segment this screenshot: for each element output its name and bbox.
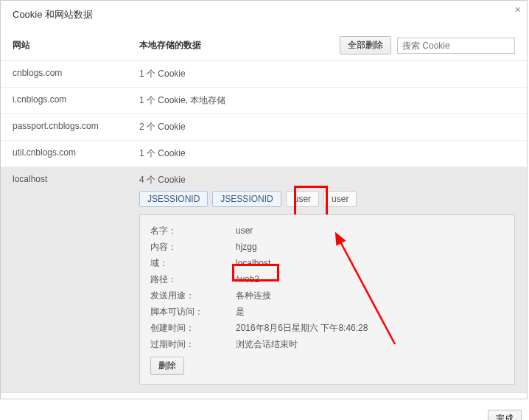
cookie-dialog: × Cookie 和网站数据 网站 本地存储的数据 全部删除 cnblogs.c…: [0, 0, 528, 399]
delete-cookie-button[interactable]: 删除: [150, 357, 184, 375]
site-cell: localhost: [13, 174, 139, 186]
site-cell: passport.cnblogs.com: [13, 121, 139, 133]
header-actions: 全部删除: [340, 36, 515, 55]
cookie-pills: JSESSIONID JSESSIONID user user: [1, 191, 527, 213]
table-row[interactable]: util.cnblogs.com 1 个 Cookie: [1, 141, 527, 167]
detail-value: 是: [236, 305, 504, 318]
close-icon[interactable]: ×: [515, 4, 521, 15]
data-cell: 1 个 Cookie: [139, 68, 515, 80]
col-header-site: 网站: [13, 39, 139, 52]
detail-label: 路径：: [150, 273, 236, 286]
table-row[interactable]: passport.cnblogs.com 2 个 Cookie: [1, 114, 527, 141]
site-cell: util.cnblogs.com: [13, 147, 139, 160]
table-row-selected: localhost 4 个 Cookie × JSESSIONID JSESSI…: [1, 167, 527, 393]
detail-label: 创建时间：: [150, 321, 236, 335]
dialog-title: Cookie 和网站数据: [1, 1, 527, 32]
dialog-footer: 完成: [0, 399, 529, 420]
detail-label: 内容：: [150, 240, 236, 253]
detail-value: 2016年8月6日星期六 下午8:46:28: [236, 321, 504, 335]
table-row[interactable]: i.cnblogs.com 1 个 Cookie, 本地存储: [1, 88, 527, 114]
cookie-pill-selected[interactable]: user: [323, 191, 357, 207]
data-cell: 4 个 Cookie: [139, 174, 515, 186]
delete-all-button[interactable]: 全部删除: [340, 36, 391, 55]
detail-label: 脚本可访问：: [150, 305, 236, 318]
site-cell: cnblogs.com: [13, 68, 139, 80]
header-row: 网站 本地存储的数据 全部删除: [1, 32, 527, 61]
detail-label: 域：: [150, 256, 236, 270]
detail-value: /web2: [236, 273, 504, 286]
detail-value: 浏览会话结束时: [236, 337, 504, 351]
cookie-pill[interactable]: JSESSIONID: [212, 191, 281, 207]
detail-label: 名字：: [150, 224, 236, 237]
cookie-details-panel: 名字：user 内容：hjzgg 域：localhost 路径：/web2 发送…: [139, 214, 515, 385]
detail-label: 过期时间：: [150, 337, 236, 351]
detail-value: localhost: [236, 256, 504, 270]
cookie-pill[interactable]: JSESSIONID: [139, 191, 208, 207]
search-input[interactable]: [397, 38, 515, 54]
col-header-data: 本地存储的数据: [139, 39, 340, 52]
detail-label: 发送用途：: [150, 289, 236, 302]
data-cell: 2 个 Cookie: [139, 121, 515, 133]
done-button[interactable]: 完成: [488, 410, 522, 420]
site-cell: i.cnblogs.com: [13, 94, 139, 107]
detail-value: 各种连接: [236, 289, 504, 302]
detail-value: user: [236, 224, 504, 237]
cookie-pill[interactable]: user: [286, 191, 319, 207]
detail-value: hjzgg: [236, 240, 504, 253]
data-cell: 1 个 Cookie: [139, 147, 515, 160]
table-row[interactable]: cnblogs.com 1 个 Cookie: [1, 61, 527, 88]
data-cell: 1 个 Cookie, 本地存储: [139, 94, 515, 107]
